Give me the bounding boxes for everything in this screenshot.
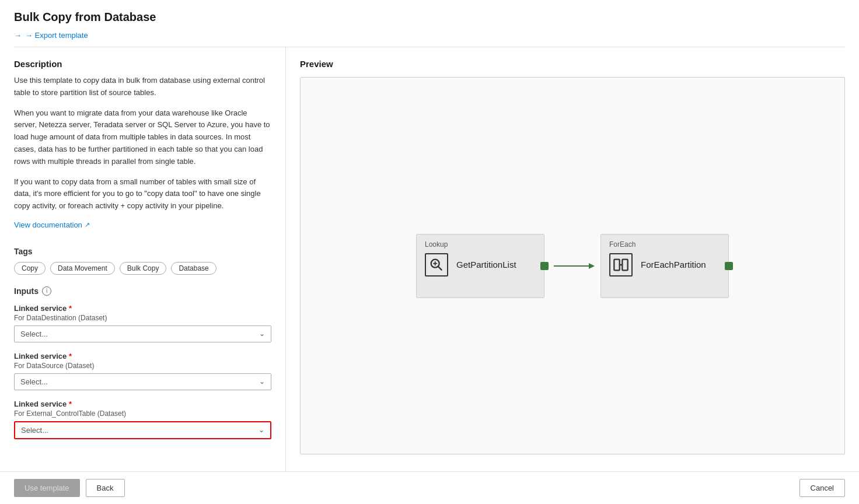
preview-canvas: Lookup GetPartitionList <box>300 77 845 454</box>
svg-line-1 <box>438 266 442 270</box>
description-p1: Use this template to copy data in bulk f… <box>14 75 271 99</box>
inputs-title: Inputs <box>14 286 39 296</box>
linked-service-select-2[interactable]: Select... ⌄ <box>14 373 271 390</box>
left-panel: Description Use this template to copy da… <box>0 47 286 471</box>
foreach-type-label: ForEach <box>609 240 720 249</box>
lookup-icon <box>425 253 448 276</box>
external-link-icon: ↗ <box>85 221 90 229</box>
required-star-2: * <box>69 352 72 360</box>
back-button[interactable]: Back <box>86 479 125 497</box>
inputs-section: Inputs i Linked service * For DataDestin… <box>14 286 271 439</box>
chevron-down-icon-1: ⌄ <box>259 330 265 338</box>
lookup-connector-right <box>540 262 549 270</box>
chevron-down-icon-2: ⌄ <box>259 377 265 386</box>
use-template-button[interactable]: Use template <box>14 479 80 497</box>
chevron-down-icon-3: ⌄ <box>259 426 264 434</box>
preview-title: Preview <box>300 59 845 69</box>
export-template-link[interactable]: → → Export template <box>14 31 88 40</box>
header: Bulk Copy from Database → → Export templ… <box>0 0 859 47</box>
cancel-button[interactable]: Cancel <box>799 479 845 497</box>
field-sublabel-2: For DataSource (Dataset) <box>14 362 271 370</box>
export-arrow-icon: → <box>14 31 22 40</box>
description-p3: If you want to copy data from a small nu… <box>14 176 271 212</box>
svg-rect-7 <box>622 259 627 270</box>
description-title: Description <box>14 59 271 69</box>
description-p2: When you want to migrate data from your … <box>14 107 271 168</box>
field-sublabel-3: For External_ControlTable (Dataset) <box>14 410 271 418</box>
foreach-node: ForEach ForEachPartition <box>600 234 729 298</box>
tag-database: Database <box>171 262 216 275</box>
tags-title: Tags <box>14 247 271 256</box>
lookup-type-label: Lookup <box>425 240 536 249</box>
lookup-node-body: GetPartitionList <box>425 253 536 276</box>
page-title: Bulk Copy from Database <box>14 10 845 24</box>
field-label-3: Linked service * <box>14 400 271 408</box>
tags-section: Tags Copy Data Movement Bulk Copy Databa… <box>14 247 271 275</box>
required-star-1: * <box>69 304 72 313</box>
inputs-header: Inputs i <box>14 286 271 296</box>
tags-container: Copy Data Movement Bulk Copy Database <box>14 262 271 275</box>
foreach-icon <box>609 253 633 276</box>
required-star-3: * <box>69 400 72 408</box>
field-group-3: Linked service * For External_ControlTab… <box>14 400 271 439</box>
tag-copy: Copy <box>14 262 46 275</box>
footer-left: Use template Back <box>14 479 125 497</box>
foreach-node-name: ForEachPartition <box>641 260 706 270</box>
main-content: Description Use this template to copy da… <box>0 47 859 471</box>
footer: Use template Back Cancel <box>0 471 859 504</box>
select-placeholder-2: Select... <box>20 377 48 386</box>
field-sublabel-1: For DataDestination (Dataset) <box>14 314 271 322</box>
lookup-node-name: GetPartitionList <box>456 260 516 270</box>
export-template-label: → Export template <box>25 31 88 40</box>
tag-data-movement: Data Movement <box>50 262 115 275</box>
lookup-node: Lookup GetPartitionList <box>416 234 544 298</box>
right-panel: Preview Lookup <box>286 47 859 471</box>
view-doc-label: View documentation <box>14 220 82 229</box>
description-section: Description Use this template to copy da… <box>14 59 271 241</box>
foreach-connector-right <box>725 262 733 270</box>
field-label-1: Linked service * <box>14 304 271 313</box>
pipeline-arrow <box>549 257 596 275</box>
field-group-2: Linked service * For DataSource (Dataset… <box>14 352 271 390</box>
view-documentation-link[interactable]: View documentation ↗ <box>14 220 90 229</box>
field-label-2: Linked service * <box>14 352 271 360</box>
page-container: Bulk Copy from Database → → Export templ… <box>0 0 859 504</box>
info-icon: i <box>42 286 51 296</box>
select-placeholder-1: Select... <box>20 330 48 338</box>
pipeline-diagram: Lookup GetPartitionList <box>416 234 729 298</box>
svg-rect-6 <box>614 259 619 270</box>
svg-marker-5 <box>589 263 595 269</box>
select-placeholder-3: Select... <box>21 426 48 435</box>
linked-service-select-3[interactable]: Select... ⌄ <box>14 421 271 439</box>
field-group-1: Linked service * For DataDestination (Da… <box>14 304 271 342</box>
foreach-node-body: ForEachPartition <box>609 253 720 276</box>
tag-bulk-copy: Bulk Copy <box>120 262 167 275</box>
linked-service-select-1[interactable]: Select... ⌄ <box>14 326 271 342</box>
